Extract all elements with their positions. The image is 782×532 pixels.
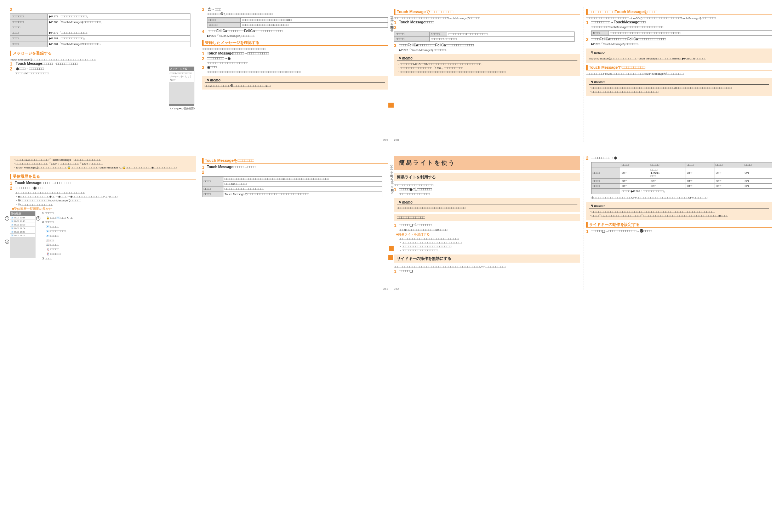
intro-text: □□□□□□□□□□□□□□□□□□□□□□□□□□□□□□□□□□□□□ <box>202 47 388 51</box>
step-row: 1 Touch Message□□□□□→□□□□□□□□□□ <box>10 62 196 67</box>
step-note: □□□□□□□□□□□□□□□□□□□□□□□□ <box>202 61 388 65</box>
cell: ▶P.281「□□□□□□□□□□□□□」 <box>47 36 190 41</box>
cell: □□□□□□□ <box>10 14 48 19</box>
options-table: □□□□□□□▶P.279「□□□□□□□□□□□□□□□」 □□□□□□□▶P… <box>10 13 190 47</box>
cell: ▶P.279「□□□□□□□□□□□□□□□」 <box>47 30 190 36</box>
cell <box>47 25 190 30</box>
step-note: □□□□□□□□⓬を□□□□□□□□□□□□□□□□□□□□□□□□□□□ <box>202 12 388 16</box>
cell: Touch Messageの□□□□□□□□□□□□□□□□□□□□□□□□□□… <box>223 191 382 197</box>
cell: □□□□ <box>591 184 620 189</box>
section-banner: サイドキーの操作を無効にする <box>394 254 580 263</box>
sub-heading: ■簡易ライトを消灯する <box>394 232 580 237</box>
step-row: 2 □□□□□1□□□□□□□□□□□□□□1□□□□□□□□□□□□ □□□□… <box>394 25 580 43</box>
step-number: 1 <box>202 51 207 56</box>
cell <box>591 189 620 194</box>
cell: □□□□□ <box>394 37 430 42</box>
page-281-left: ・□□□□□□EZ□□□□□□□□□□□「Touch Message」□□□□□… <box>7 156 199 290</box>
memo-box: memo Touch Messageは□□□□□□□□□□□□□□□Touch … <box>586 48 772 63</box>
cell: □□□□ <box>10 30 48 36</box>
cell: OFF <box>620 167 649 179</box>
memo-box: memo ・□□□□□□□□M413□□ON□□□□□□□□□□□□□□□□□□… <box>394 54 580 76</box>
step-note: □□□□□□□□□□TouchMessage□□□□□□□□□□□□□□□□□□… <box>586 25 772 29</box>
step-text: Touch Message□□□□□→□□□□ <box>207 165 256 169</box>
vertical-tab-label: ツールを利用する <box>390 177 394 248</box>
spread-281-282: ・□□□□□□EZ□□□□□□□□□□□「Touch Message」□□□□□… <box>7 156 775 290</box>
step-text: □□□□FeliCa□□□□□□□□FeliCa□□□□□□□□□□□□□ <box>399 43 474 47</box>
memo-content: ・□□□□□□□□M413□□ON□□□□□□□□□□□□□□□□□□□□□□□… <box>397 62 577 74</box>
section-header: メッセージを登録する <box>10 51 196 56</box>
step-text: □□□□□□□□□→◉ <box>591 156 617 160</box>
page-279-right: 3 ⓪→□□□ □□□□□□□□⓬を□□□□□□□□□□□□□□□□□□□□□□… <box>199 7 392 142</box>
legend-item: 🔒 □□□ 📧 □□□ ✕ □□ <box>42 216 73 221</box>
cell: □□□□ <box>202 191 223 197</box>
step-number: 3 <box>394 43 399 48</box>
step-number: 2 <box>10 67 15 71</box>
cell: E□□□□ <box>207 23 240 28</box>
cell: □□□□ <box>10 41 48 47</box>
cell: OFF <box>620 184 649 189</box>
section-header: □□□□□□□□□□□Touch Messageを□□□□ <box>586 9 772 15</box>
step-text: □□□□□□□□□→TouchMessage□□□ <box>591 20 646 24</box>
step-number: 1 <box>10 62 15 67</box>
memo-label: memo <box>397 56 577 61</box>
step-number: 2 <box>10 186 15 191</box>
step-row: 3 ⓪→□□□ <box>202 7 388 12</box>
cell: □□□□□□□1□□□□□□□ <box>429 37 574 42</box>
cell: OFF <box>714 179 743 184</box>
thumb-tab-icon <box>388 103 393 108</box>
chapter-banner: 簡易ライトを使う <box>394 156 580 170</box>
memo-content: ・□□□□□□□□□□□□□□□□□□□□□□□□□□□□□□□□□□□□□□□… <box>589 210 770 218</box>
step-text: □□□□□▢ <box>399 269 413 273</box>
page-280-right: □□□□□□□□□□□Touch Messageを□□□□ □□□□□□□□□□… <box>583 7 775 142</box>
memo-content: ・□□□□□□EZ□□□□□□□□□□□「Touch Message」□□□□□… <box>13 158 193 170</box>
cell: OFF <box>685 184 714 189</box>
legend-item: ① □□□□□ <box>42 211 73 216</box>
cell: OFF <box>714 184 743 189</box>
memo-content: Touch Messageは□□□□□□□□□□□□□□□Touch Messa… <box>589 57 770 61</box>
memo-content: □□□2□□□□□□□□□□□⓬□□□□□□□□□□□□□□□□□□□1□□ <box>205 84 386 87</box>
phone-screenshot: メッセージ登録 □□□□を□□□□/□□□□□□□メッセージを□□してください … <box>169 67 196 110</box>
page-number: 280 <box>394 138 399 142</box>
section-header: Touch Messageで□□□□□□□□□□ <box>394 9 580 15</box>
body-text: □□□□□□□□□□□□□□□□□□□□□□□□□□□□□□□□□□□ ・□□□… <box>394 237 580 253</box>
sub-table: 1□□□□□□□□□□□□□□□□□□□□□□□□□□□□□□□□□□□□□□□… <box>591 30 772 36</box>
intro-text: □□□□□□□□□□□□□□□□□□□□□□□□□□□□□□□□□□□□□□□□… <box>394 265 580 269</box>
footnote: ※□□□□□□□□□□□□□□□□□□□□□□OFF□□□□□□□□□□□□□□… <box>586 196 772 200</box>
memo-box: memo □□□□□□□□□□□□□□□□□□□□□□□□□□□□□□□□□□□… <box>394 198 580 212</box>
section-header: Touch Messageで□□□□□□□□□□ <box>586 65 772 70</box>
cell: □□□□ <box>714 162 743 167</box>
page-281-right: Touch Messageを□□□□□□□ 1Touch Message□□□□… <box>199 156 392 290</box>
section-banner: 簡易ライトを利用する <box>394 173 580 181</box>
section-header: Touch Messageを□□□□□□□ <box>202 158 388 164</box>
step-row: 2 □□□□□□□□□□□□□□□□□□□□□□□□□□□□□□□□□□□□□□… <box>202 170 388 199</box>
sub-heading: ■受信履歴一覧画面の見かた <box>10 207 196 211</box>
cell <box>591 162 620 167</box>
cell: OFF <box>714 167 743 179</box>
cell: OFF <box>685 179 714 184</box>
cell: □□□□ <box>620 162 649 167</box>
cell: ▶P.279「□□□□□□□□□□□□□□□」 <box>47 14 190 19</box>
cell: □□□□□□□ <box>10 19 48 25</box>
step-text: □□□□FeliCa□□□□□□□□FeliCa□□□□□□□□□□□□□ <box>591 37 666 41</box>
cell: 1□□□ <box>591 31 609 36</box>
cell: □□□□ <box>591 179 620 184</box>
screenshot-body: 📧 08/01 11:15 📧 08/01 11:15 📧 08/01 11:0… <box>10 216 35 237</box>
step-note: ▶P.278「Touch Messageを□□□□□□□」 <box>586 42 772 46</box>
phone-screenshot: 受信履歴 📧 08/01 11:15 📧 08/01 11:15 📧 08/01… <box>10 211 35 258</box>
page-282-left: ツールを利用する 簡易ライトを使う 簡易ライトを利用する □□□□□□□□□□□… <box>391 156 583 290</box>
memo-label: memo <box>589 80 770 85</box>
cell: □□□□ <box>207 18 240 23</box>
section-header: 受信履歴を見る <box>10 174 196 179</box>
screenshot-body: □□□□を□□□□/□□□□□□□メッセージを□□してください <box>169 71 194 82</box>
step-text: □□□□□□□→◉□□□□ <box>15 186 45 190</box>
callout-marker: 1 <box>5 216 9 221</box>
step-note: □□□□□100□□□□□□□□□□□□ <box>10 71 167 75</box>
memo-content: ・□□□□□□□□□□□□□□□□□□□□□□□□□□□□□□□□□□□□□□□… <box>589 86 770 94</box>
legend-item: ③ □□□□ <box>42 257 73 261</box>
step-note: ▶P.278「Touch Messageを□□□□□□□」 <box>394 48 580 52</box>
screenshot-caption: 《メッセージ登録画面》 <box>169 107 196 110</box>
step-number: 3 <box>202 65 207 70</box>
cell: □□□□ <box>10 36 48 41</box>
step-text: □□□□□◉□1□□□□□□□ <box>399 187 432 191</box>
step-number: 1 <box>394 187 399 192</box>
